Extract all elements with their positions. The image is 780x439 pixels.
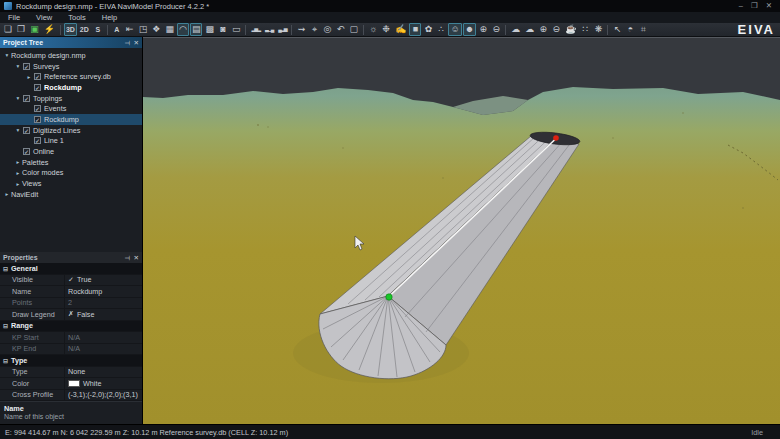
expander-icon[interactable]: ▾ <box>14 95 22 101</box>
close-panel-icon[interactable]: ✕ <box>134 254 139 262</box>
cross-icon[interactable]: ✗ <box>68 310 74 318</box>
property-row-visible[interactable]: Visible ✓True <box>0 275 142 287</box>
property-value[interactable]: None <box>68 367 85 376</box>
menu-help[interactable]: Help <box>94 13 125 22</box>
seabed-pot-icon[interactable]: ☕ <box>563 23 578 36</box>
connect-icon[interactable]: ⚡ <box>42 23 57 36</box>
tree-node-toppings[interactable]: ▾ ✓ Toppings <box>0 93 142 104</box>
start-marker[interactable] <box>386 294 392 300</box>
collapse-icon[interactable]: ⊟ <box>3 322 8 329</box>
view-3d-button[interactable]: 3D <box>64 23 77 36</box>
menu-file[interactable]: File <box>0 13 28 22</box>
viewport-3d[interactable] <box>143 37 780 424</box>
save-icon[interactable]: ▣ <box>28 23 41 36</box>
minimize-button[interactable]: – <box>739 1 743 11</box>
end-marker[interactable] <box>553 135 559 141</box>
expander-icon[interactable]: ▾ <box>14 127 22 133</box>
tree-node-palettes[interactable]: ▸ Palettes <box>0 157 142 168</box>
profile-single-icon[interactable]: ▂▅▂ <box>249 23 262 36</box>
shield-icon[interactable]: ❖ <box>150 23 162 36</box>
point-add-icon[interactable]: ⊕ <box>477 23 489 36</box>
measure-ruler-icon[interactable]: ▭ <box>230 23 243 36</box>
expander-icon[interactable]: ▾ <box>14 63 22 69</box>
collapse-icon[interactable]: ⊟ <box>3 357 8 364</box>
tree-node-naviedit[interactable]: ▸ NaviEdit <box>0 189 142 200</box>
blob-icon[interactable]: ❋ <box>592 23 604 36</box>
pin-icon[interactable]: ⊤ <box>123 255 131 261</box>
property-row-cross-profile[interactable]: Cross Profile (-3,1);(-2,0);(2,0);(3,1) <box>0 390 142 402</box>
property-row-color[interactable]: Color White <box>0 378 142 390</box>
checkbox[interactable]: ✓ <box>34 137 41 144</box>
restore-button[interactable]: ❐ <box>751 1 758 11</box>
checkbox[interactable]: ✓ <box>34 73 41 80</box>
cloud-remove-icon[interactable]: ⊖ <box>550 23 562 36</box>
expander-icon[interactable]: ▸ <box>25 74 33 80</box>
checkbox[interactable]: ✓ <box>34 105 41 112</box>
waypoint-add-icon[interactable]: ◎ <box>321 23 333 36</box>
close-button[interactable]: ✕ <box>766 1 772 11</box>
paint-hand-icon[interactable]: ✍ <box>393 23 408 36</box>
palette-icon[interactable]: ❉ <box>380 23 392 36</box>
cloud-add-icon[interactable]: ⊕ <box>537 23 549 36</box>
property-value[interactable]: True <box>77 275 92 284</box>
brightness-icon[interactable]: ☼ <box>367 23 379 36</box>
point-cloud-icon[interactable]: ☁ <box>523 23 536 36</box>
snapshot-camera-icon[interactable]: ◙ <box>217 23 229 36</box>
tree-node-surveys[interactable]: ▾ ✓ Surveys <box>0 61 142 72</box>
tree-node-project[interactable]: ▾ Rockdump design.nmp <box>0 50 142 61</box>
color-swatch[interactable] <box>68 380 80 387</box>
tree-node-reference-survey[interactable]: ▸ ✓ Reference survey.db <box>0 71 142 82</box>
property-row-type[interactable]: Type None <box>0 367 142 379</box>
cloud-grid-icon[interactable]: ⌗ <box>637 23 649 36</box>
property-group-range[interactable]: ⊟ Range <box>0 321 142 333</box>
leaf-icon[interactable]: ✿ <box>422 23 434 36</box>
menu-tools[interactable]: Tools <box>60 13 94 22</box>
route-icon[interactable]: ⇝ <box>295 23 307 36</box>
smiley-reject-icon[interactable]: ☻ <box>463 23 476 36</box>
expander-icon[interactable]: ▾ <box>3 52 11 58</box>
grid-icon[interactable]: ▦ <box>163 23 176 36</box>
checkbox[interactable]: ✓ <box>34 116 41 123</box>
menu-view[interactable]: View <box>28 13 60 22</box>
cluster-icon[interactable]: ∷ <box>579 23 591 36</box>
checkbox[interactable]: ✓ <box>34 84 41 91</box>
close-panel-icon[interactable]: ✕ <box>134 39 139 47</box>
smiley-accept-icon[interactable]: ☺ <box>448 23 461 36</box>
tree-node-color-modes[interactable]: ▸ Color modes <box>0 168 142 179</box>
new-file-icon[interactable]: ❏ <box>2 23 14 36</box>
pin-icon[interactable]: ⊤ <box>123 40 131 46</box>
orbit-dome-icon[interactable]: ◓ <box>624 23 636 36</box>
tree-node-line-1[interactable]: ✓ Line 1 <box>0 136 142 147</box>
property-row-name[interactable]: Name Rockdump <box>0 286 142 298</box>
view-s-button[interactable]: S <box>92 23 104 36</box>
checkbox[interactable]: ✓ <box>23 95 30 102</box>
select-cursor-icon[interactable]: ↖ <box>611 23 623 36</box>
view-2d-button[interactable]: 2D <box>78 23 91 36</box>
annotate-icon[interactable]: A <box>111 23 123 36</box>
check-icon[interactable]: ✓ <box>68 276 74 284</box>
tree-node-rockdump-survey[interactable]: ✓ Rockdump <box>0 82 142 93</box>
select-rectangle-icon[interactable]: ▢ <box>347 23 360 36</box>
expander-icon[interactable]: ▸ <box>14 181 22 187</box>
import-icon[interactable]: ⇤ <box>124 23 136 36</box>
wireframe-cube-icon[interactable]: ◳ <box>137 23 150 36</box>
tree-node-events[interactable]: ✓ Events <box>0 103 142 114</box>
property-row-draw-legend[interactable]: Draw Legend ✗False <box>0 309 142 321</box>
expander-icon[interactable]: ▸ <box>3 191 11 197</box>
undo-icon[interactable]: ↶ <box>334 23 346 36</box>
property-value[interactable]: (-3,1);(-2,0);(2,0);(3,1) <box>68 390 138 399</box>
expander-icon[interactable]: ▸ <box>14 159 22 165</box>
checkbox[interactable]: ✓ <box>23 148 30 155</box>
expander-icon[interactable]: ▸ <box>14 170 22 176</box>
tree-node-digitized-lines[interactable]: ▾ ✓ Digitized Lines <box>0 125 142 136</box>
open-folder-icon[interactable]: ❐ <box>15 23 27 36</box>
tree-node-views[interactable]: ▸ Views <box>0 178 142 189</box>
property-group-general[interactable]: ⊟ General <box>0 263 142 275</box>
waypoint-icon[interactable]: ⌖ <box>308 23 320 36</box>
point-remove-icon[interactable]: ⊖ <box>490 23 502 36</box>
checkbox[interactable]: ✓ <box>23 63 30 70</box>
property-value[interactable]: False <box>77 310 95 319</box>
scatter-points-icon[interactable]: ∴ <box>435 23 447 36</box>
property-value[interactable]: White <box>83 379 101 388</box>
tree-node-rockdump-topping[interactable]: ✓ Rockdump <box>0 114 142 125</box>
